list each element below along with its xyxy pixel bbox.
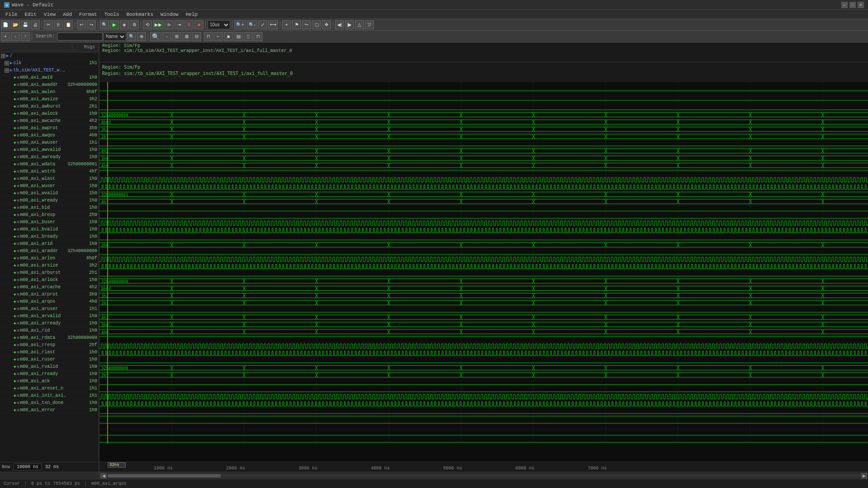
tb-run-btn[interactable]: ▶▶ (153, 20, 164, 29)
wave-canvas[interactable] (99, 62, 868, 444)
time-unit-select[interactable]: 10us1us100ns10ns (208, 20, 230, 29)
tb-zoom-in-btn[interactable]: 🔍+ (234, 20, 246, 29)
signal-row[interactable]: ◆⊞m00_axi_buser1h0 (0, 219, 99, 226)
tb2-zoom-in-btn[interactable]: 🔍 (150, 32, 161, 41)
hscroll-thumb[interactable] (108, 474, 221, 478)
signal-row[interactable]: ◆⊞m00_axi_arsize3h2 (0, 262, 99, 269)
tb2-wave-type5-btn[interactable]: ⌷ (244, 32, 253, 41)
signal-row[interactable]: ◆⊞m00_axi_wdata32h00000001 (0, 161, 99, 168)
tb2-zoom-out-btn[interactable]: - (162, 32, 171, 41)
scroll-left-btn[interactable]: ◀ (100, 473, 107, 479)
signal-row[interactable]: ◆⊞m00_axi_aruser1h1 (0, 305, 99, 313)
search-type-select[interactable]: Name (104, 33, 126, 41)
signal-row[interactable]: ◆⊞m00_axi_bvalid1h0 (0, 226, 99, 233)
signal-row[interactable]: ◆⊞m00_axi_awvalid1h0 (0, 146, 99, 154)
tb2-wave-type2-btn[interactable]: ⌐ (214, 32, 223, 41)
signal-row[interactable]: ◆⊞m00_axi_awprot3h0 (0, 125, 99, 132)
expand-icon[interactable]: + (5, 61, 9, 66)
menu-edit[interactable]: Edit (21, 11, 40, 18)
signal-row[interactable]: ◆⊞m00_axi_wstrb4hf (0, 168, 99, 175)
signal-row[interactable]: ◆⊞m00_axi_wready1h0 (0, 197, 99, 204)
maximize-button[interactable]: □ (849, 1, 856, 9)
signal-row[interactable]: ◆⊞m00_axi_awid1h0 (0, 74, 99, 81)
signal-row[interactable]: ◆⊞m00_axi_awlen8h0f (0, 89, 99, 96)
signal-row[interactable]: ◆⊞m00_axi_awready1h0 (0, 154, 99, 161)
signal-row[interactable]: +▶/ (0, 52, 99, 60)
expand-icon[interactable]: + (5, 68, 9, 73)
tb-elaborate-btn[interactable]: ◈ (120, 20, 129, 29)
signal-row[interactable]: ◆⊞m00_axi_arqos4h0 (0, 298, 99, 305)
wave-pane[interactable]: Region: Sim/Fp Region: sim:/tb_sim/AXI_T… (99, 42, 868, 462)
tb-find-btn[interactable]: 🔍 (100, 20, 109, 29)
tb2-zoom-fit2-btn[interactable]: ⊞ (172, 32, 181, 41)
menu-file[interactable]: File (2, 11, 21, 18)
tb-select-btn[interactable]: ▢ (312, 20, 321, 29)
tb-stop-btn[interactable]: ■ (194, 20, 203, 29)
tb-zoom-fit-btn[interactable]: ⤢ (258, 20, 267, 29)
tb-stepover-btn[interactable]: ⇥ (175, 20, 184, 29)
tb-prev-edge-btn[interactable]: ◀| (335, 20, 344, 29)
menu-format[interactable]: Format (75, 11, 101, 18)
signal-row[interactable]: ◆⊞m00_axi_ruser1h0 (0, 356, 99, 363)
signal-row[interactable]: ◆⊞m00_axi_rlast1h0 (0, 349, 99, 356)
close-button[interactable]: ✕ (857, 1, 864, 9)
tb2-wave-type1-btn[interactable]: ⊓ (204, 32, 213, 41)
menu-add[interactable]: Add (59, 11, 75, 18)
signal-row[interactable]: ◆⊞m00_axi_bid1h0 (0, 204, 99, 211)
signal-list-scroll[interactable]: +▶/+▶clk1h1+▶tb_sim/AXI_TEST_w...◆⊞m00_a… (0, 52, 99, 462)
tb-save-btn[interactable]: 💾 (21, 20, 30, 29)
tb2-wave-type3-btn[interactable]: ■ (224, 32, 233, 41)
menu-help[interactable]: Help (182, 11, 201, 18)
signal-row[interactable]: ◆⊞m00_axi_awlock1h0 (0, 110, 99, 117)
tb-zoom-full-btn[interactable]: ⟷ (268, 20, 278, 29)
menu-window[interactable]: Window (157, 11, 182, 18)
tb-cut-btn[interactable]: ✂ (44, 20, 53, 29)
signal-row[interactable]: ◆⊞m00_axi_rready1h0 (0, 371, 99, 378)
signal-row[interactable]: ◆⊞m00_axi_init_axi_txn1h1 (0, 392, 99, 399)
tb-open-btn[interactable]: 📂 (11, 20, 20, 29)
signal-row[interactable]: ◆⊞m00_axi_bresp2h0 (0, 211, 99, 219)
tb-compile-btn[interactable]: ▶ (110, 20, 119, 29)
tb2-collapse-btn[interactable]: - (11, 32, 20, 41)
signal-row[interactable]: ◆⊞m00_axi_bready1h0 (0, 233, 99, 240)
signal-row[interactable]: ◆⊞m00_axi_awburst2h1 (0, 103, 99, 110)
tb-break-btn[interactable]: ⏸ (184, 20, 193, 29)
signal-row[interactable]: ◆⊞m00_axi_arlen8h0f (0, 255, 99, 262)
tb2-up-btn[interactable]: ↑ (21, 32, 30, 41)
tb-zoom-out-btn[interactable]: 🔍- (247, 20, 257, 29)
signal-row[interactable]: +▶tb_sim/AXI_TEST_w... (0, 67, 99, 74)
signal-row[interactable]: ◆⊞m00_axi_araddr32h40000000 (0, 248, 99, 255)
tb-copy-btn[interactable]: ⎘ (54, 20, 63, 29)
signal-row[interactable]: ◆⊞m00_axi_error1h0 (0, 407, 99, 414)
tb2-wave-type4-btn[interactable]: ▤ (234, 32, 243, 41)
scroll-right-btn[interactable]: ▶ (861, 473, 867, 479)
tb-wave-btn[interactable]: 〜 (302, 20, 311, 29)
tb2-expand-btn[interactable]: + (1, 32, 10, 41)
tb2-zoom-reg2-btn[interactable]: ⊟ (192, 32, 201, 41)
tb2-wave-type6-btn[interactable]: ⊓ (254, 32, 263, 41)
tb2-zoom-reg-btn[interactable]: ⊠ (182, 32, 191, 41)
hscroll-track[interactable] (108, 474, 860, 478)
signal-row[interactable]: ◆⊞m00_axi_awuser1h1 (0, 139, 99, 146)
signal-row[interactable]: ◆⊞m00_axi_arprot3h0 (0, 291, 99, 298)
signal-row[interactable]: ◆⊞m00_axi_awqos4h0 (0, 132, 99, 139)
menu-tools[interactable]: Tools (101, 11, 123, 18)
tb-step-btn[interactable]: ⊳ (165, 20, 174, 29)
tb-sim-btn[interactable]: ⚙ (130, 20, 139, 29)
signal-row[interactable]: ◆⊞m00_axi_arready1h0 (0, 320, 99, 327)
tb-cursor-btn[interactable]: ⌖ (282, 20, 291, 29)
tb-next-sig-btn[interactable]: ▽ (365, 20, 374, 29)
tb-undo-btn[interactable]: ↩ (77, 20, 86, 29)
signal-row[interactable]: ◆⊞m00_axi_wuser1h0 (0, 183, 99, 190)
signal-row[interactable]: ◆⊞m00_axi_rvalid1h0 (0, 363, 99, 371)
search-input[interactable] (57, 33, 103, 41)
tb-next-edge-btn[interactable]: |▶ (345, 20, 354, 29)
signal-row[interactable]: ◆⊞m00_axi_arlock1h0 (0, 277, 99, 284)
signal-row[interactable]: ◆⊞m00_axi_arburst2h1 (0, 269, 99, 277)
waveform-display[interactable] (99, 62, 868, 462)
tb-paste-btn[interactable]: 📋 (64, 20, 73, 29)
signal-row[interactable]: ◆⊞m00_axi_wlast1h0 (0, 175, 99, 183)
signal-row[interactable]: ◆⊞m00_axi_arid1h0 (0, 240, 99, 248)
tb-print-btn[interactable]: 🖨 (31, 20, 40, 29)
tb-prev-sig-btn[interactable]: △ (355, 20, 364, 29)
